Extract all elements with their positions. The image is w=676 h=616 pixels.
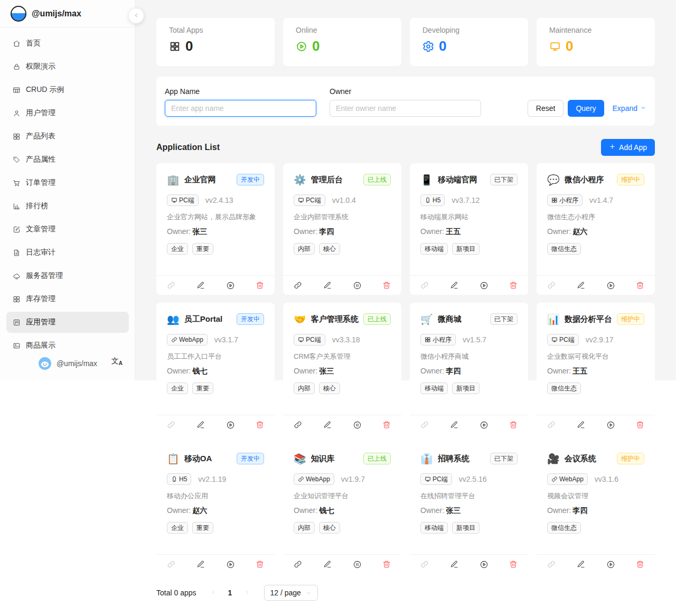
toggle-status-action[interactable]	[342, 421, 372, 430]
delete-icon	[382, 281, 391, 290]
edit-action[interactable]	[439, 421, 469, 429]
delete-action[interactable]	[499, 281, 528, 290]
edit-action[interactable]	[186, 421, 215, 429]
translate-icon[interactable]: 文A	[111, 357, 123, 365]
edit-action[interactable]	[566, 560, 596, 568]
page-number[interactable]: 1	[222, 584, 239, 601]
edit-action[interactable]	[186, 560, 215, 568]
toggle-status-action[interactable]	[342, 560, 372, 569]
status-badge: 开发中	[237, 174, 264, 185]
edit-action[interactable]	[439, 281, 469, 290]
open-link-action[interactable]	[537, 560, 566, 568]
app-description: 企业知识管理平台	[294, 491, 391, 501]
owner-prefix: Owner:	[420, 227, 444, 236]
query-button[interactable]: Query	[568, 100, 604, 117]
open-link-action[interactable]	[283, 421, 313, 429]
sidebar-item-1[interactable]: 首页	[6, 33, 129, 54]
toggle-status-action[interactable]	[596, 281, 625, 290]
owner-input[interactable]	[330, 100, 481, 117]
card-meta: PC端 vv2.4.13	[167, 194, 264, 206]
add-app-button[interactable]: Add App	[601, 139, 655, 156]
delete-action[interactable]	[625, 281, 655, 290]
open-link-action[interactable]	[156, 560, 186, 568]
chevron-left-icon	[210, 589, 217, 595]
delete-action[interactable]	[499, 421, 528, 429]
app-name-input[interactable]	[165, 100, 316, 117]
sidebar-footer: @umijs/max 文A	[0, 352, 135, 375]
page-size-select[interactable]: 12 / page	[264, 585, 318, 601]
edit-action[interactable]	[186, 281, 215, 290]
form-icon	[13, 226, 21, 234]
sidebar-header: @umijs/max	[0, 0, 135, 27]
reset-button[interactable]: Reset	[528, 100, 564, 117]
link-icon	[420, 560, 429, 568]
open-link-action[interactable]	[537, 281, 566, 290]
open-link-action[interactable]	[410, 560, 439, 568]
toggle-status-action[interactable]	[469, 560, 499, 569]
prev-page-button[interactable]	[205, 584, 222, 601]
edit-action[interactable]	[313, 560, 342, 568]
edit-action[interactable]	[313, 281, 342, 290]
sidebar-item-13[interactable]: 应用管理	[6, 312, 129, 333]
app-description: 在线招聘管理平台	[420, 491, 518, 501]
toggle-status-action[interactable]	[215, 281, 245, 290]
owner-prefix: Owner:	[294, 227, 317, 236]
toggle-status-action[interactable]	[469, 421, 499, 430]
delete-icon	[636, 421, 644, 429]
sidebar-item-10[interactable]: 日志审计	[6, 242, 129, 263]
next-page-button[interactable]	[239, 584, 256, 601]
delete-icon	[382, 560, 391, 568]
app-tag: 新项目	[452, 243, 480, 255]
owner-row: Owner:赵六	[547, 227, 644, 237]
open-link-action[interactable]	[156, 421, 186, 429]
delete-action[interactable]	[372, 281, 401, 290]
open-link-action[interactable]	[410, 281, 439, 290]
toggle-status-action[interactable]	[215, 421, 245, 430]
toggle-status-action[interactable]	[596, 560, 625, 569]
app-card: 📊 数据分析平台 维护中 PC端 vv2.9.17 企业数据可视化平台 Owne…	[537, 303, 655, 434]
sidebar-item-11[interactable]: 服务器管理	[6, 265, 129, 286]
toggle-status-action[interactable]	[469, 281, 499, 290]
sidebar-item-2[interactable]: 权限演示	[6, 56, 129, 77]
edit-action[interactable]	[566, 421, 596, 429]
delete-action[interactable]	[499, 560, 528, 568]
open-link-action[interactable]	[410, 421, 439, 429]
sidebar-item-9[interactable]: 文章管理	[6, 219, 129, 240]
delete-action[interactable]	[245, 560, 275, 568]
toggle-status-action[interactable]	[342, 281, 372, 290]
sidebar-item-3[interactable]: CRUD 示例	[6, 79, 129, 100]
status-badge: 维护中	[617, 174, 644, 185]
delete-action[interactable]	[372, 421, 401, 429]
list-header: Application List Add App	[156, 139, 655, 156]
chevron-down-icon	[306, 590, 312, 596]
delete-action[interactable]	[245, 281, 275, 290]
app-tag: 企业	[167, 522, 188, 534]
toggle-status-action[interactable]	[215, 560, 245, 569]
delete-action[interactable]	[625, 421, 655, 429]
sidebar-item-4[interactable]: 用户管理	[6, 102, 129, 124]
open-link-action[interactable]	[283, 560, 313, 568]
sidebar-item-7[interactable]: 订单管理	[6, 172, 129, 193]
expand-toggle[interactable]: Expand	[613, 104, 646, 113]
sidebar-collapse-button[interactable]	[129, 8, 144, 23]
delete-action[interactable]	[625, 560, 655, 568]
sidebar-item-8[interactable]: 排行榜	[6, 195, 129, 217]
edit-action[interactable]	[313, 421, 342, 429]
delete-action[interactable]	[245, 421, 275, 429]
sidebar-item-5[interactable]: 产品列表	[6, 126, 129, 147]
platform-tag: PC端	[294, 334, 325, 346]
edit-action[interactable]	[566, 281, 596, 290]
app-icon: 🏢	[167, 175, 180, 185]
delete-action[interactable]	[372, 560, 401, 568]
open-link-action[interactable]	[156, 281, 186, 290]
toggle-status-action[interactable]	[596, 421, 625, 430]
sidebar-item-label: 服务器管理	[26, 271, 63, 281]
link-icon	[294, 421, 302, 429]
app-tag: 企业	[167, 243, 188, 255]
open-link-action[interactable]	[283, 281, 313, 290]
sidebar-item-12[interactable]: 库存管理	[6, 288, 129, 310]
edit-action[interactable]	[439, 560, 469, 568]
version-text: vv2.9.17	[586, 335, 614, 344]
sidebar-item-6[interactable]: 产品属性	[6, 149, 129, 170]
open-link-action[interactable]	[537, 421, 566, 429]
